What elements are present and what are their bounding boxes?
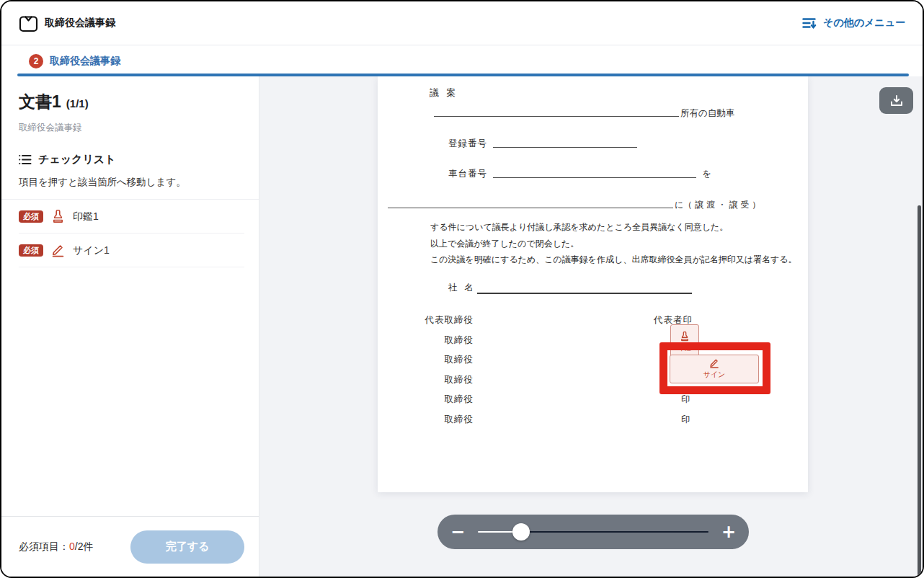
other-menu-label: その他のメニュー	[823, 17, 905, 30]
document-subtitle: 取締役会議事録	[19, 122, 241, 134]
signer-role-label: 取締役	[378, 414, 474, 426]
agenda-heading: 議 案	[430, 86, 458, 99]
step-bar: 2 取締役会議事録	[1, 45, 923, 76]
zoom-out-button[interactable]: −	[437, 515, 478, 549]
step-number-badge: 2	[29, 54, 43, 68]
signer-role-label: 取締役	[378, 334, 474, 347]
other-menu-button[interactable]: その他のメニュー	[802, 17, 905, 30]
top-header: 取締役会議事録 その他のメニュー	[1, 1, 923, 45]
zoom-control: − +	[437, 515, 749, 549]
document-title: 文書1	[19, 91, 61, 113]
app-window: 取締役会議事録 その他のメニュー 2 取締役会議事録 文書1 (1/1) 取締役…	[0, 0, 924, 578]
registration-number-label: 登録番号	[448, 138, 487, 150]
zoom-track-remaining	[521, 531, 708, 533]
checklist-sidebar: 文書1 (1/1) 取締役会議事録 チェックリスト 項目を押すと該当箇所へ移動し…	[1, 76, 259, 577]
document-page-count: (1/1)	[66, 97, 89, 110]
list-icon	[19, 154, 32, 165]
zoom-slider-track[interactable]	[478, 515, 708, 549]
checklist-item-label: サイン1	[73, 244, 110, 257]
required-badge: 必須	[19, 210, 43, 223]
seal-mark-label: 印	[681, 394, 691, 406]
zoom-in-button[interactable]: +	[708, 515, 749, 549]
chassis-suffix: を	[702, 168, 711, 180]
download-button[interactable]	[879, 87, 913, 114]
owner-suffix: 所有の自動車	[680, 107, 734, 120]
signer-role-label: 取締役	[378, 354, 474, 366]
stamp-icon	[680, 332, 690, 342]
blank-chassis-line	[493, 166, 696, 178]
chassis-number-label: 車台番号	[448, 168, 487, 180]
sidebar-footer: 必須項目：0/2件 完了する	[1, 516, 259, 577]
menu-sort-icon	[802, 17, 817, 30]
required-progress: 必須項目：0/2件	[19, 541, 93, 553]
checklist-hint: 項目を押すと該当箇所へ移動します。	[1, 166, 259, 199]
signature-input-field[interactable]: サイン	[670, 355, 759, 383]
resolution-paragraph-1: する件について議長より付議し承認を求めたところ全員異議なく同意した。	[430, 221, 728, 234]
app-title: 取締役会議事録	[45, 17, 115, 30]
checklist-title: チェックリスト	[38, 153, 115, 166]
pen-icon	[51, 244, 65, 257]
blank-company-line	[477, 278, 692, 294]
done-count: 0	[69, 541, 75, 552]
blank-owner-line	[434, 105, 679, 117]
signer-role-label: 代表取締役	[378, 314, 474, 326]
checklist-header: チェックリスト	[1, 134, 259, 166]
pen-icon	[709, 358, 719, 368]
blank-registration-line	[493, 136, 637, 148]
checklist-item-sign[interactable]: 必須 サイン1	[19, 234, 244, 267]
document-bag-icon	[19, 14, 38, 32]
complete-button[interactable]: 完了する	[130, 530, 244, 564]
vertical-scrollbar[interactable]	[918, 205, 921, 578]
document-page: 議 案 所有の自動車 登録番号 車台番号 を に（ 譲 渡 ・ 譲 受 ） する…	[378, 76, 808, 492]
download-icon	[889, 94, 904, 107]
sign-field-label: サイン	[703, 370, 726, 380]
active-step-underline	[17, 74, 909, 76]
zoom-slider-thumb[interactable]	[512, 523, 530, 541]
company-name-label: 社 名	[448, 282, 476, 294]
signer-role-label: 取締役	[378, 374, 474, 386]
required-badge: 必須	[19, 244, 43, 257]
stamp-icon	[51, 210, 65, 223]
resolution-paragraph-3: この決議を明確にするため、この議事録を作成し、出席取締役全員が記名押印又は署名す…	[430, 254, 797, 266]
seal-mark-label: 印	[681, 414, 691, 426]
checklist-item-stamp[interactable]: 必須 印鑑1	[19, 200, 244, 234]
transfer-suffix: に（ 譲 渡 ・ 譲 受 ）	[675, 199, 760, 211]
blank-transfer-line	[388, 197, 673, 208]
signer-role-label: 取締役	[378, 394, 474, 406]
resolution-paragraph-2: 以上で会議が終了したので閉会した。	[430, 238, 579, 250]
checklist-item-label: 印鑑1	[73, 210, 99, 223]
document-header: 文書1 (1/1) 取締役会議事録	[1, 76, 259, 134]
step-label[interactable]: 取締役会議事録	[50, 55, 120, 68]
